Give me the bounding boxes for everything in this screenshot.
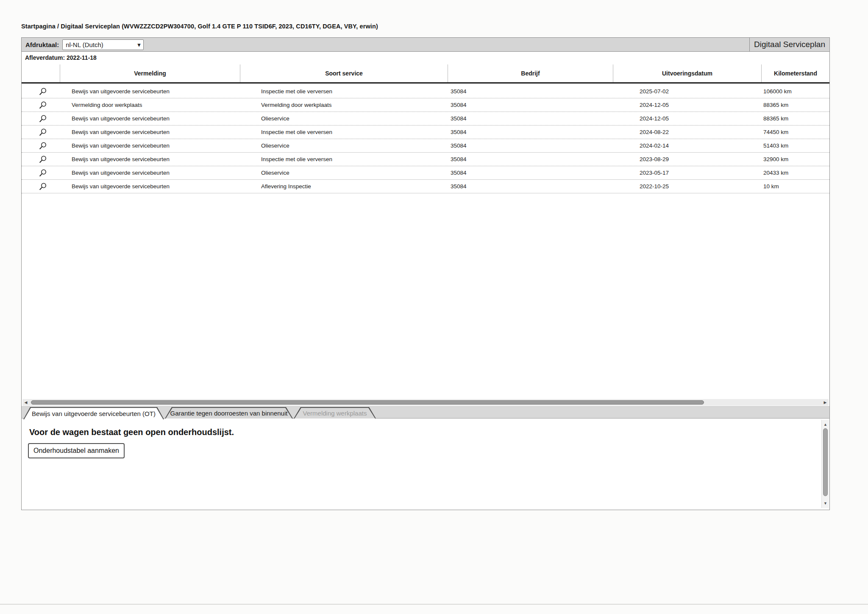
horizontal-scrollbar[interactable]: ◀ ▶: [22, 399, 829, 406]
magnifier-icon[interactable]: [39, 101, 47, 109]
cell-uitvoeringsdatum: 2025-07-02: [613, 88, 761, 95]
tab-label: Vermelding werkplaats: [295, 408, 375, 419]
cell-uitvoeringsdatum: 2022-10-25: [613, 183, 761, 190]
table-row: Bewijs van uitgevoerde servicebeurten Ol…: [22, 139, 829, 153]
magnifier-icon[interactable]: [39, 128, 47, 137]
cell-vermelding: Bewijs van uitgevoerde servicebeurten: [60, 142, 240, 149]
maintenance-panel: Voor de wagen bestaat geen open onderhou…: [22, 418, 829, 510]
magnifier-icon[interactable]: [39, 114, 47, 123]
magnifier-icon[interactable]: [39, 169, 47, 177]
print-language-value: nl-NL (Dutch): [66, 41, 103, 48]
vertical-scrollbar[interactable]: ▲ ▼: [821, 420, 829, 508]
print-language-label: Afdruktaal:: [25, 41, 59, 48]
chevron-down-icon: ▾: [138, 42, 141, 48]
delivery-date: Afleverdatum: 2022-11-18: [25, 54, 97, 61]
tab-vermelding-werkplaats: Vermelding werkplaats: [294, 407, 376, 419]
column-header-vermelding: Vermelding: [60, 64, 240, 82]
cell-bedrijf: 35084: [448, 102, 613, 108]
cell-uitvoeringsdatum: 2024-08-22: [613, 129, 761, 135]
cell-vermelding: Bewijs van uitgevoerde servicebeurten: [60, 115, 240, 122]
scan-artifact-line: [0, 604, 868, 605]
print-language-select[interactable]: nl-NL (Dutch) ▾: [62, 39, 144, 50]
table-row: Bewijs van uitgevoerde servicebeurten Ol…: [22, 112, 829, 126]
toolbar: Afdruktaal: nl-NL (Dutch) ▾ Digitaal Ser…: [21, 37, 830, 52]
cell-kilometerstand: 32900 km: [761, 156, 829, 162]
no-open-maintenance-message: Voor de wagen bestaat geen open onderhou…: [29, 427, 234, 437]
serviceplan-frame: Afleverdatum: 2022-11-18 Vermelding Soor…: [21, 52, 830, 510]
tab-label: Bewijs van uitgevoerde servicebeurten (O…: [24, 408, 163, 420]
tab-garantie-doorroesten[interactable]: Garantie tegen doorroesten van binnenuit: [165, 407, 293, 419]
cell-kilometerstand: 10 km: [761, 183, 829, 190]
cell-bedrijf: 35084: [448, 170, 613, 176]
cell-uitvoeringsdatum: 2023-05-17: [613, 170, 761, 176]
cell-uitvoeringsdatum: 2024-12-05: [613, 102, 761, 108]
cell-kilometerstand: 20433 km: [761, 170, 829, 176]
cell-vermelding: Vermelding door werkplaats: [60, 102, 240, 108]
table-row: Bewijs van uitgevoerde servicebeurten In…: [22, 85, 829, 98]
magnifier-icon[interactable]: [39, 182, 47, 191]
cell-soort-service: Vermelding door werkplaats: [240, 102, 448, 108]
cell-vermelding: Bewijs van uitgevoerde servicebeurten: [60, 170, 240, 176]
cell-soort-service: Olieservice: [240, 170, 448, 176]
tab-label: Garantie tegen doorroesten van binnenuit: [166, 408, 292, 419]
vertical-scrollbar-thumb[interactable]: [823, 428, 828, 496]
cell-uitvoeringsdatum: 2024-02-14: [613, 142, 761, 149]
magnifier-icon[interactable]: [39, 155, 47, 164]
cell-kilometerstand: 74450 km: [761, 129, 829, 135]
cell-bedrijf: 35084: [448, 88, 613, 95]
cell-bedrijf: 35084: [448, 129, 613, 135]
table-row: Bewijs van uitgevoerde servicebeurten In…: [22, 126, 829, 139]
cell-bedrijf: 35084: [448, 183, 613, 190]
cell-uitvoeringsdatum: 2024-12-05: [613, 115, 761, 122]
column-header-soort-service: Soort service: [240, 64, 448, 82]
cell-vermelding: Bewijs van uitgevoerde servicebeurten: [60, 129, 240, 135]
column-header-icon: [22, 64, 60, 82]
cell-bedrijf: 35084: [448, 115, 613, 122]
page-title: Digitaal Serviceplan: [749, 38, 829, 51]
cell-bedrijf: 35084: [448, 142, 613, 149]
cell-uitvoeringsdatum: 2023-08-29: [613, 156, 761, 162]
tab-strip: Bewijs van uitgevoerde servicebeurten (O…: [22, 406, 829, 418]
table-row: Vermelding door werkplaats Vermelding do…: [22, 98, 829, 112]
horizontal-scrollbar-thumb[interactable]: [31, 400, 704, 405]
cell-kilometerstand: 51403 km: [761, 142, 829, 149]
column-header-uitvoeringsdatum: Uitvoeringsdatum: [613, 64, 761, 82]
create-maintenance-table-button[interactable]: Onderhoudstabel aanmaken: [28, 443, 125, 458]
scroll-right-icon[interactable]: ▶: [822, 399, 829, 406]
tab-bewijs-servicebeurten[interactable]: Bewijs van uitgevoerde servicebeurten (O…: [23, 407, 164, 419]
cell-soort-service: Aflevering Inspectie: [240, 183, 448, 190]
breadcrumb[interactable]: Startpagina / Digitaal Serviceplan (WVWZ…: [21, 23, 378, 30]
column-header-bedrijf: Bedrijf: [448, 64, 613, 82]
cell-vermelding: Bewijs van uitgevoerde servicebeurten: [60, 183, 240, 190]
magnifier-icon[interactable]: [39, 87, 47, 96]
cell-vermelding: Bewijs van uitgevoerde servicebeurten: [60, 156, 240, 162]
magnifier-icon[interactable]: [39, 142, 47, 150]
scroll-left-icon[interactable]: ◀: [22, 399, 29, 406]
cell-bedrijf: 35084: [448, 156, 613, 162]
cell-soort-service: Olieservice: [240, 142, 448, 149]
scroll-up-icon[interactable]: ▲: [822, 422, 829, 427]
table-header: Vermelding Soort service Bedrijf Uitvoer…: [22, 64, 829, 84]
cell-soort-service: Inspectie met olie verversen: [240, 129, 448, 135]
cell-soort-service: Inspectie met olie verversen: [240, 88, 448, 95]
table-body: Bewijs van uitgevoerde servicebeurten In…: [22, 85, 829, 193]
cell-kilometerstand: 88365 km: [761, 115, 829, 122]
column-header-kilometerstand: Kilometerstand: [761, 64, 829, 82]
table-row: Bewijs van uitgevoerde servicebeurten Af…: [22, 180, 829, 193]
table-row: Bewijs van uitgevoerde servicebeurten Ol…: [22, 166, 829, 180]
cell-soort-service: Olieservice: [240, 115, 448, 122]
cell-soort-service: Inspectie met olie verversen: [240, 156, 448, 162]
cell-vermelding: Bewijs van uitgevoerde servicebeurten: [60, 88, 240, 95]
scroll-down-icon[interactable]: ▼: [822, 501, 829, 505]
cell-kilometerstand: 106000 km: [761, 88, 829, 95]
cell-kilometerstand: 88365 km: [761, 102, 829, 108]
table-row: Bewijs van uitgevoerde servicebeurten In…: [22, 153, 829, 166]
